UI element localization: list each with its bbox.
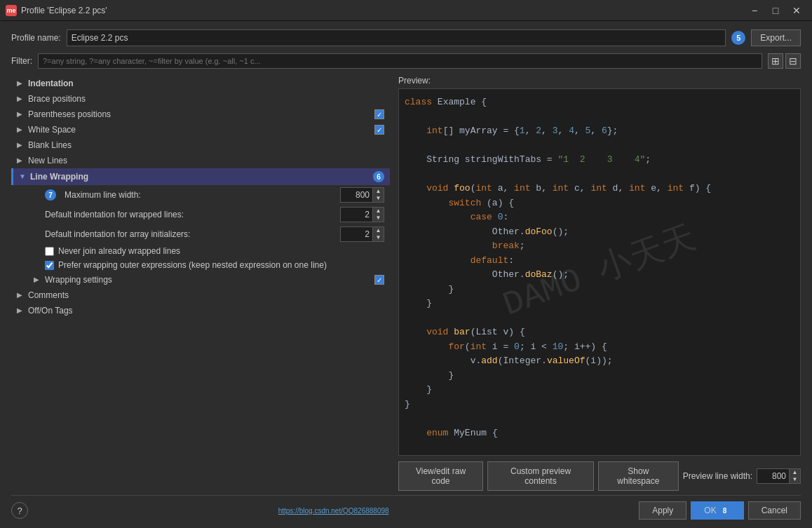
arrow-icon: ▶	[17, 291, 25, 299]
right-panel: Preview: DAMO 小天天 class Example { int[] …	[390, 76, 801, 491]
preview-line-width-input[interactable]	[757, 470, 789, 482]
filter-input[interactable]	[38, 53, 762, 69]
ok-label: OK	[704, 506, 716, 515]
indent-wrapped-spinner-btns: ▲ ▼	[372, 208, 384, 222]
line-wrapping-settings: 7 Maximum line width: ▲ ▼ Default indent…	[11, 185, 390, 287]
titlebar-left: me Profile 'Eclipse 2.2 pcs'	[6, 5, 107, 16]
code-preview-area[interactable]: DAMO 小天天 class Example { int[] myArray =…	[398, 88, 801, 456]
main-content: ▶ Indentation ▶ Brace positions ▶ Parent…	[11, 76, 801, 491]
sidebar-item-label: Line Wrapping	[30, 172, 369, 182]
sidebar-item-parentheses-positions[interactable]: ▶ Parentheses positions ✓	[11, 107, 390, 122]
dialog-action-buttons: Apply OK 8 Cancel	[639, 501, 801, 520]
arrow-icon: ▶	[17, 110, 25, 119]
max-width-badge: 7	[45, 189, 56, 201]
filter-icons: ⊞ ⊟	[768, 53, 801, 69]
never-join-row: Never join already wrapped lines	[28, 244, 390, 258]
never-join-label: Never join already wrapped lines	[58, 246, 180, 256]
sidebar-item-label: New Lines	[28, 156, 384, 165]
arrow-icon: ▼	[19, 172, 27, 181]
titlebar: me Profile 'Eclipse 2.2 pcs' − □ ✕	[0, 0, 812, 21]
indent-wrapped-input[interactable]	[341, 208, 372, 221]
preview-width-down[interactable]: ▼	[789, 476, 800, 483]
indent-array-up[interactable]: ▲	[372, 227, 384, 234]
indent-wrapped-row: Default indentation for wrapped lines: ▲…	[28, 205, 390, 224]
app-icon: me	[6, 5, 17, 16]
arrow-icon: ▶	[17, 79, 25, 88]
show-whitespace-button[interactable]: Show whitespace	[598, 461, 679, 491]
preview-line-width-spinner[interactable]: ▲ ▼	[757, 468, 801, 484]
view-edit-raw-button[interactable]: View/edit raw code	[398, 461, 483, 491]
dialog: Profile name: 5 Export... Filter: ⊞ ⊟ ▶ …	[0, 21, 812, 528]
titlebar-title: Profile 'Eclipse 2.2 pcs'	[21, 6, 107, 15]
sidebar-item-white-space[interactable]: ▶ White Space ✓	[11, 122, 390, 137]
whitespace-checkbox[interactable]: ✓	[374, 125, 384, 135]
arrow-icon: ▶	[17, 306, 25, 315]
prefer-wrapping-checkbox[interactable]	[45, 261, 54, 270]
indent-wrapped-up[interactable]: ▲	[372, 208, 384, 215]
preview-label: Preview:	[398, 76, 801, 86]
filter-row: Filter: ⊞ ⊟	[11, 53, 801, 69]
indent-array-input[interactable]	[341, 228, 372, 241]
indent-array-spinner[interactable]: ▲ ▼	[340, 226, 384, 242]
ok-button[interactable]: OK 8	[691, 501, 743, 520]
max-width-input[interactable]	[341, 189, 372, 201]
sidebar-item-label: Indentation	[28, 79, 384, 88]
preview-line-width-label: Preview line width:	[683, 471, 752, 481]
sidebar-item-line-wrapping[interactable]: ▼ Line Wrapping 6	[11, 168, 390, 185]
sidebar-item-wrapping-settings[interactable]: ▶ Wrapping settings ✓	[28, 272, 390, 287]
arrow-icon: ▶	[17, 95, 25, 103]
preview-bottom-buttons: View/edit raw code Custom preview conten…	[398, 456, 801, 491]
apply-button[interactable]: Apply	[639, 501, 686, 520]
sidebar-item-label: White Space	[28, 125, 374, 135]
sidebar-item-comments[interactable]: ▶ Comments	[11, 287, 390, 303]
sidebar-item-label: Wrapping settings	[45, 275, 374, 285]
preview-line-width-spinner-btns: ▲ ▼	[789, 469, 800, 483]
arrow-icon: ▶	[17, 126, 25, 134]
sidebar-item-off-on-tags[interactable]: ▶ Off/On Tags	[11, 303, 390, 318]
export-button[interactable]: Export...	[751, 29, 801, 46]
sidebar-item-blank-lines[interactable]: ▶ Blank Lines	[11, 137, 390, 153]
arrow-icon: ▶	[17, 156, 25, 165]
close-button[interactable]: ✕	[787, 4, 806, 18]
expand-all-button[interactable]: ⊞	[768, 53, 783, 69]
max-width-row: 7 Maximum line width: ▲ ▼	[28, 185, 390, 205]
arrow-icon: ▶	[17, 141, 25, 149]
titlebar-controls[interactable]: − □ ✕	[745, 4, 806, 18]
prefer-wrapping-label: Prefer wrapping outer expressions (keep …	[58, 260, 327, 270]
indent-wrapped-spinner[interactable]: ▲ ▼	[340, 207, 384, 222]
minimize-button[interactable]: −	[745, 4, 764, 18]
sidebar-item-label: Blank Lines	[28, 140, 384, 150]
profile-name-input[interactable]	[67, 29, 726, 46]
arrow-icon: ▶	[34, 276, 42, 284]
sidebar-item-new-lines[interactable]: ▶ New Lines	[11, 153, 390, 168]
line-wrapping-badge: 6	[373, 171, 384, 182]
sidebar-item-indentation[interactable]: ▶ Indentation	[11, 76, 390, 91]
profile-name-label: Profile name:	[11, 33, 61, 43]
max-width-spinner[interactable]: ▲ ▼	[340, 187, 384, 203]
ok-badge: 8	[719, 505, 731, 516]
indent-wrapped-down[interactable]: ▼	[372, 215, 384, 222]
profile-row: Profile name: 5 Export...	[11, 29, 801, 46]
custom-preview-button[interactable]: Custom preview contents	[487, 461, 594, 491]
sidebar-item-brace-positions[interactable]: ▶ Brace positions	[11, 91, 390, 107]
maximize-button[interactable]: □	[766, 4, 785, 18]
cancel-button[interactable]: Cancel	[748, 501, 801, 520]
never-join-checkbox[interactable]	[45, 247, 54, 256]
url-hint: https://blog.csdn.net/QQ826888098	[278, 507, 389, 515]
help-button[interactable]: ?	[11, 502, 28, 519]
indent-array-spinner-btns: ▲ ▼	[372, 227, 384, 241]
max-width-down[interactable]: ▼	[372, 195, 384, 202]
wrapping-settings-checkbox[interactable]: ✓	[374, 275, 384, 285]
sidebar-item-label: Brace positions	[28, 94, 384, 104]
collapse-all-button[interactable]: ⊟	[785, 53, 801, 69]
max-width-up[interactable]: ▲	[372, 188, 384, 195]
left-panel: ▶ Indentation ▶ Brace positions ▶ Parent…	[11, 76, 390, 491]
prefer-wrapping-row: Prefer wrapping outer expressions (keep …	[28, 258, 390, 272]
sidebar-item-label: Off/On Tags	[28, 306, 384, 316]
parentheses-checkbox[interactable]: ✓	[374, 109, 384, 119]
preview-width-up[interactable]: ▲	[789, 469, 800, 476]
sidebar-item-label: Comments	[28, 290, 384, 300]
indent-wrapped-label: Default indentation for wrapped lines:	[45, 210, 334, 219]
filter-label: Filter:	[11, 56, 32, 66]
indent-array-down[interactable]: ▼	[372, 234, 384, 241]
